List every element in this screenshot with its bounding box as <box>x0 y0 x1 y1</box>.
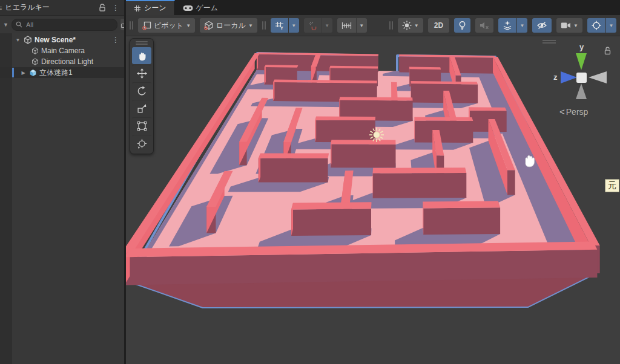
down-axis-cone[interactable] <box>576 83 587 99</box>
2d-toggle-button[interactable]: 2D <box>428 18 449 33</box>
x-axis-cone[interactable] <box>589 71 607 83</box>
tab-game[interactable]: ゲーム <box>175 0 226 15</box>
gizmos-dropdown[interactable]: ▼ <box>606 18 616 33</box>
transform-tool-button[interactable] <box>132 135 151 152</box>
gizmos-button[interactable] <box>587 18 605 33</box>
audio-muted-icon <box>480 21 489 30</box>
light-bulb-icon <box>458 21 466 30</box>
rect-tool-button[interactable] <box>132 117 151 134</box>
shading-mode-button[interactable]: ▼ <box>398 18 423 33</box>
local-label: ローカル <box>216 21 246 31</box>
hierarchy-search-box[interactable] <box>12 19 117 31</box>
transform-tool-icon <box>137 138 147 149</box>
y-axis-label: y <box>579 42 584 51</box>
hierarchy-tab-title[interactable]: ヒエラルキー <box>5 2 49 13</box>
hand-tool-button[interactable] <box>132 47 151 64</box>
gizmo-sphere-icon <box>592 21 601 30</box>
tools-overlay <box>130 38 154 154</box>
move-tool-button[interactable] <box>132 65 151 82</box>
hierarchy-panel: ≡ ヒエラルキー ⋮ ▼ ▼ New S <box>0 0 124 364</box>
scale-tool-button[interactable] <box>132 100 151 117</box>
pivot-mode-button[interactable]: ピボット ▼ <box>138 18 195 33</box>
create-dropdown-icon[interactable]: ▼ <box>3 22 8 28</box>
2d-label: 2D <box>432 21 445 30</box>
view-tab-strip: シーン ゲーム <box>126 0 620 15</box>
pan-hand-cursor <box>522 153 536 167</box>
hierarchy-item-maze-selected[interactable]: ▶ 立体迷路1 <box>0 67 124 78</box>
rotate-tool-button[interactable] <box>132 82 151 99</box>
hierarchy-tab-actions: ⋮ <box>99 4 120 11</box>
scene-camera-button[interactable]: ▼ <box>556 18 582 33</box>
snap-increment-button[interactable] <box>337 18 356 33</box>
orientation-gizmo[interactable]: y z <box>549 42 614 106</box>
snap-increment-dropdown[interactable]: ▼ <box>357 18 367 33</box>
scene-area: シーン ゲーム ピボット ▼ ローカル ▼ <box>126 0 620 364</box>
draw-mode-icon <box>402 21 412 30</box>
expand-icon[interactable]: ▶ <box>20 70 27 76</box>
grid-icon <box>134 5 141 12</box>
z-axis-cone[interactable] <box>561 71 577 83</box>
z-axis-label: z <box>553 73 558 82</box>
gamepad-icon <box>183 5 193 11</box>
tab-scene[interactable]: シーン <box>126 0 175 15</box>
hierarchy-item-directional-light[interactable]: Directional Light <box>0 56 124 67</box>
scene-visibility-button[interactable] <box>532 18 552 33</box>
unlock-icon[interactable] <box>99 4 106 11</box>
tools-overlay-handle[interactable] <box>130 39 153 47</box>
grid-snap-group: Y ▼ ▼ ▼ <box>271 18 367 33</box>
hierarchy-item-main-camera[interactable]: Main Camera <box>0 45 124 56</box>
tab-scene-label: シーン <box>144 3 167 13</box>
hierarchy-tab-bar: ≡ ヒエラルキー ⋮ <box>0 0 124 16</box>
snap-options-dropdown[interactable]: ▼ <box>322 18 332 33</box>
chevron-down-icon: ▼ <box>573 23 578 28</box>
snap-toggle-button[interactable] <box>304 18 322 33</box>
unity-editor-window: ≡ ヒエラルキー ⋮ ▼ ▼ New S <box>0 0 620 364</box>
chevron-down-icon: ▼ <box>186 23 191 28</box>
tab-game-label: ゲーム <box>196 3 219 13</box>
hierarchy-tree: ▼ New Scene* ⋮ Main Camera Directional L… <box>0 33 124 364</box>
item-label: Directional Light <box>41 57 93 66</box>
scene-viewport[interactable]: y z < Persp 元 <box>126 36 620 364</box>
item-label: Main Camera <box>41 47 85 55</box>
scale-tool-icon <box>137 103 147 114</box>
hierarchy-scene-row[interactable]: ▼ New Scene* ⋮ <box>0 34 124 45</box>
grid-visibility-button[interactable]: Y <box>271 18 288 33</box>
grid-options-dropdown[interactable]: ▼ <box>289 18 299 33</box>
scene-icon <box>24 36 32 44</box>
grid-y-icon: Y <box>275 21 284 30</box>
toolbar-drag-handle[interactable] <box>130 21 133 30</box>
scene-name: New Scene* <box>35 36 76 44</box>
svg-text:Y: Y <box>280 26 283 30</box>
gizmo-center-cube[interactable] <box>576 73 587 83</box>
toolbar-drag-handle[interactable] <box>262 21 266 30</box>
cube-icon <box>31 47 39 54</box>
scene-toolbar: ピボット ▼ ローカル ▼ Y ▼ <box>126 15 620 36</box>
tooltip: 元 <box>605 179 619 192</box>
y-axis-cone[interactable] <box>576 53 587 70</box>
pivot-icon <box>142 21 151 30</box>
hierarchy-search-input[interactable] <box>25 21 113 29</box>
persp-arrow-icon: < <box>559 106 565 117</box>
view-options-group: ▼ 2D ▼ <box>389 18 616 33</box>
hierarchy-gutter <box>0 33 12 364</box>
effects-button[interactable] <box>498 18 516 33</box>
eye-slash-icon <box>536 21 547 30</box>
collapse-icon[interactable]: ▼ <box>15 37 21 43</box>
audio-mute-button[interactable] <box>475 18 493 33</box>
prefab-cube-icon <box>29 69 37 77</box>
maze-3d-object[interactable] <box>126 36 620 364</box>
toolbar-drag-handle[interactable] <box>389 21 393 30</box>
hierarchy-kebab-menu-icon[interactable]: ⋮ <box>112 4 119 11</box>
projection-toggle[interactable]: < Persp <box>559 106 588 117</box>
directional-light-gizmo-icon[interactable] <box>368 126 386 144</box>
hierarchy-search-row: ▼ <box>0 16 124 33</box>
scene-kebab-menu-icon[interactable]: ⋮ <box>112 36 124 44</box>
persp-label: Persp <box>566 107 589 117</box>
effects-dropdown[interactable]: ▼ <box>517 18 527 33</box>
scene-lighting-button[interactable] <box>454 18 470 33</box>
pivot-group: ピボット ▼ ローカル ▼ <box>138 18 257 33</box>
rotate-tool-icon <box>137 86 147 96</box>
snap-increment-icon <box>341 22 352 30</box>
local-mode-button[interactable]: ローカル ▼ <box>200 18 257 33</box>
pivot-label: ピボット <box>154 21 183 31</box>
